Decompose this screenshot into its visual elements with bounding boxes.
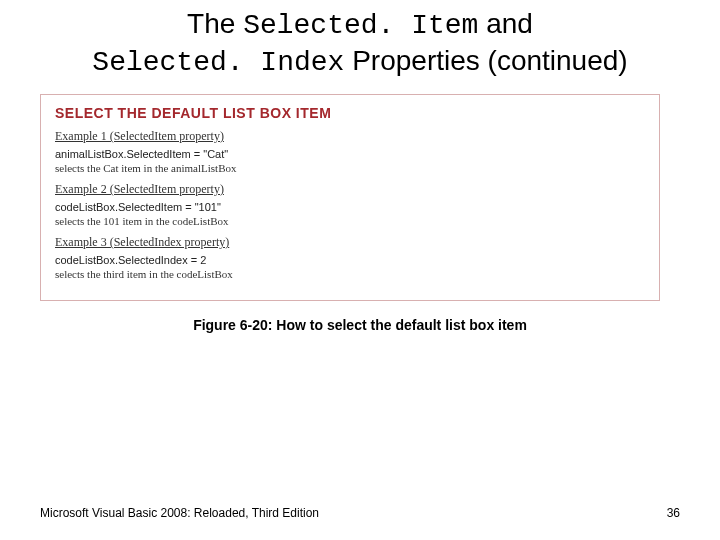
slide-title: The Selected. Item and Selected. Index P… <box>40 6 680 80</box>
example-label: Example 3 (SelectedIndex property) <box>55 235 645 250</box>
example-block: Example 2 (SelectedItem property) codeLi… <box>55 182 645 227</box>
example-block: Example 3 (SelectedIndex property) codeL… <box>55 235 645 280</box>
example-desc: selects the third item in the codeListBo… <box>55 268 645 280</box>
figure-caption: Figure 6-20: How to select the default l… <box>40 317 680 333</box>
title-text-mid1: and <box>478 8 533 39</box>
example-code: codeListBox.SelectedIndex = 2 <box>55 254 645 266</box>
example-desc: selects the Cat item in the animalListBo… <box>55 162 645 174</box>
footer-page-number: 36 <box>667 506 680 520</box>
example-code: codeListBox.SelectedItem = "101" <box>55 201 645 213</box>
slide: The Selected. Item and Selected. Index P… <box>0 0 720 540</box>
example-label: Example 1 (SelectedItem property) <box>55 129 645 144</box>
example-block: Example 1 (SelectedItem property) animal… <box>55 129 645 174</box>
title-code-1: Selected. Item <box>243 10 478 41</box>
example-code: animalListBox.SelectedItem = "Cat" <box>55 148 645 160</box>
figure-heading: SELECT THE DEFAULT LIST BOX ITEM <box>55 105 645 121</box>
example-desc: selects the 101 item in the codeListBox <box>55 215 645 227</box>
title-text-post: Properties (continued) <box>344 45 627 76</box>
figure-box: SELECT THE DEFAULT LIST BOX ITEM Example… <box>40 94 660 301</box>
title-text-pre1: The <box>187 8 243 39</box>
footer-book-title: Microsoft Visual Basic 2008: Reloaded, T… <box>40 506 319 520</box>
example-label: Example 2 (SelectedItem property) <box>55 182 645 197</box>
title-code-2: Selected. Index <box>92 47 344 78</box>
